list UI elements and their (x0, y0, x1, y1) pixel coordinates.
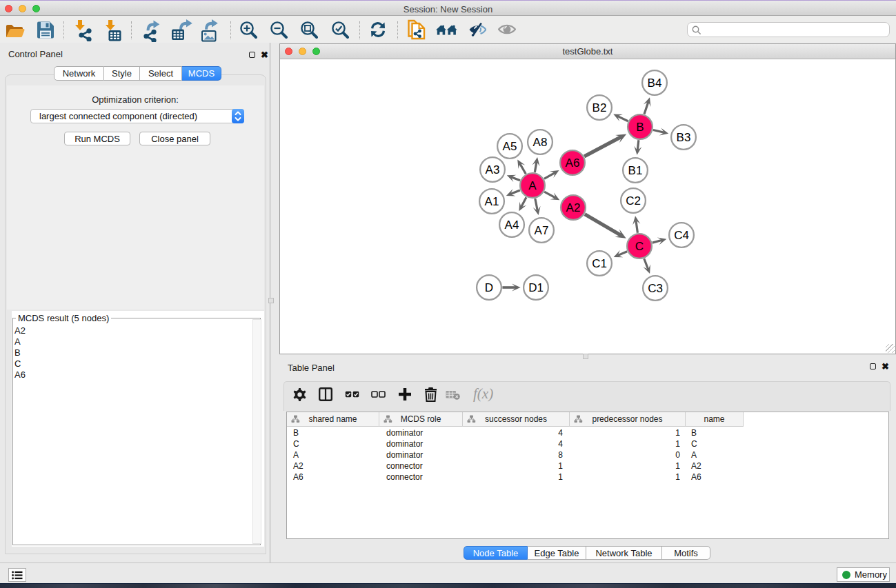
svg-text:A: A (528, 179, 537, 192)
svg-text:B3: B3 (677, 131, 691, 144)
svg-text:C1: C1 (592, 257, 607, 270)
svg-text:B: B (636, 121, 644, 134)
svg-text:D1: D1 (528, 281, 544, 294)
svg-text:B2: B2 (593, 101, 607, 114)
svg-text:C2: C2 (626, 194, 641, 207)
svg-text:B4: B4 (648, 77, 662, 90)
svg-text:A4: A4 (505, 219, 519, 232)
svg-text:A7: A7 (535, 224, 549, 237)
svg-text:A2: A2 (566, 201, 581, 214)
svg-text:A1: A1 (485, 195, 499, 208)
svg-text:A5: A5 (503, 140, 517, 153)
svg-text:C3: C3 (648, 282, 663, 295)
svg-text:C4: C4 (674, 229, 689, 242)
svg-text:A6: A6 (566, 156, 580, 170)
svg-text:A8: A8 (533, 136, 548, 149)
svg-text:C: C (635, 240, 644, 253)
svg-text:B1: B1 (628, 164, 643, 177)
svg-text:A3: A3 (486, 163, 500, 176)
svg-text:D: D (485, 281, 493, 294)
